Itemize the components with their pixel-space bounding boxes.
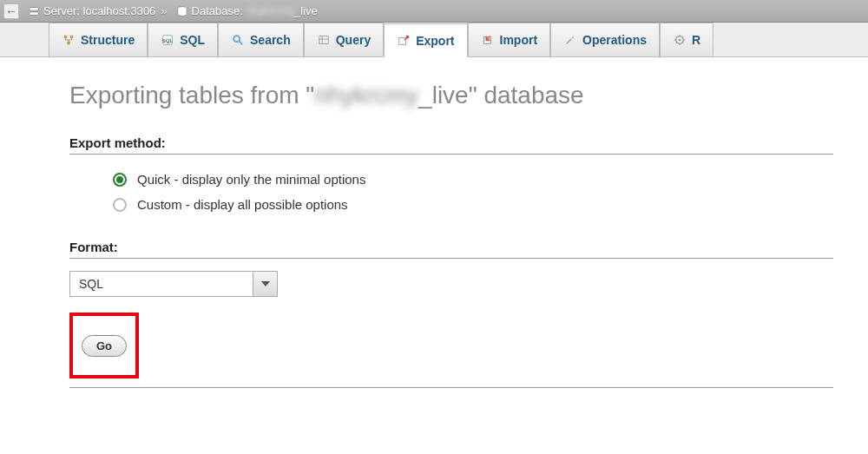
- radio-icon: [113, 173, 127, 187]
- tab-bar: Structure SQL SQL Search Query Export Im…: [0, 23, 868, 57]
- radio-icon: [113, 198, 127, 212]
- search-icon: [231, 33, 245, 47]
- chevron-down-icon: [253, 272, 277, 296]
- tab-label: Search: [250, 33, 291, 47]
- server-icon: [28, 5, 40, 17]
- breadcrumb-database[interactable]: Database: nhykrcmy_live: [192, 4, 318, 17]
- page-title-prefix: Exporting tables from ": [69, 82, 314, 109]
- breadcrumb-db-prefix: Database:: [192, 4, 247, 17]
- svg-rect-3: [64, 36, 68, 39]
- tab-label: Export: [416, 34, 454, 48]
- tab-structure[interactable]: Structure: [49, 23, 148, 56]
- radio-custom[interactable]: Custom - display all possible options: [69, 192, 833, 217]
- svg-rect-0: [30, 7, 39, 10]
- query-icon: [317, 33, 331, 47]
- format-selected-value: SQL: [79, 277, 103, 291]
- database-icon: [176, 5, 188, 17]
- radio-quick[interactable]: Quick - display only the minimal options: [69, 167, 833, 192]
- breadcrumb: ← Server: localhost:3306 » Database: nhy…: [0, 0, 868, 23]
- radio-label: Custom - display all possible options: [137, 197, 348, 212]
- tab-routines[interactable]: R: [660, 23, 713, 56]
- tab-search[interactable]: Search: [218, 23, 304, 56]
- svg-rect-4: [70, 36, 74, 39]
- page-title-db-obscured: nhykrcmy: [314, 82, 418, 109]
- routines-icon: [673, 33, 687, 47]
- page-title-suffix: " database: [469, 82, 584, 109]
- sql-icon: SQL: [161, 33, 174, 47]
- content-area: Exporting tables from "nhykrcmy_live" da…: [0, 57, 868, 397]
- tab-query[interactable]: Query: [304, 23, 384, 56]
- tab-label: R: [692, 33, 700, 47]
- tab-label: Operations: [582, 33, 647, 47]
- bottom-divider: [69, 387, 833, 388]
- radio-label: Quick - display only the minimal options: [137, 172, 365, 187]
- breadcrumb-server[interactable]: Server: localhost:3306: [43, 4, 155, 17]
- format-label: Format:: [69, 240, 833, 259]
- breadcrumb-db-suffix: _live: [294, 4, 318, 17]
- tab-import[interactable]: Import: [468, 23, 551, 56]
- svg-rect-1: [30, 11, 39, 15]
- import-icon: [481, 33, 495, 47]
- operations-icon: [563, 33, 577, 47]
- svg-text:SQL: SQL: [162, 37, 174, 43]
- tab-sql[interactable]: SQL SQL: [148, 23, 218, 56]
- back-button[interactable]: ←: [3, 3, 19, 19]
- svg-point-8: [233, 36, 240, 42]
- breadcrumb-separator: »: [161, 4, 167, 17]
- svg-point-16: [679, 39, 681, 42]
- svg-rect-10: [319, 36, 328, 44]
- breadcrumb-db-name-obscured: nhykrcmy: [246, 4, 294, 17]
- structure-icon: [62, 33, 76, 47]
- export-icon: [397, 34, 411, 48]
- page-title: Exporting tables from "nhykrcmy_live" da…: [69, 82, 833, 109]
- tab-label: SQL: [180, 33, 205, 47]
- export-method-label: Export method:: [69, 135, 833, 155]
- svg-line-9: [240, 42, 243, 45]
- go-button-highlight-box: Go: [69, 313, 139, 378]
- tab-label: Query: [336, 33, 371, 47]
- go-button[interactable]: Go: [82, 335, 127, 357]
- format-select[interactable]: SQL: [69, 271, 278, 297]
- svg-rect-5: [67, 42, 70, 45]
- tab-label: Structure: [81, 33, 135, 47]
- tab-label: Import: [500, 33, 538, 47]
- tab-export[interactable]: Export: [384, 23, 467, 57]
- page-title-db-suffix: _live: [418, 82, 469, 109]
- tab-operations[interactable]: Operations: [550, 23, 660, 56]
